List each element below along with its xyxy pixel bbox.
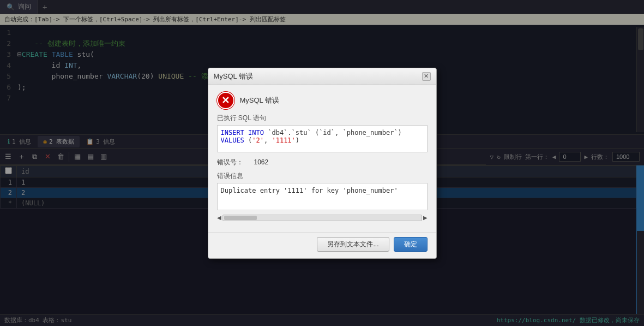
modal-close-btn[interactable]: ✕ (422, 72, 431, 81)
ok-btn[interactable]: 确定 (394, 237, 428, 252)
modal-title: MySQL 错误 (214, 72, 253, 81)
error-num-value: 1062 (254, 158, 269, 166)
hscrollbar[interactable] (222, 215, 422, 221)
scroll-right-btn[interactable]: ▶ (423, 215, 428, 221)
error-msg-text: Duplicate entry '1111' for key 'phone_nu… (221, 187, 398, 194)
error-num-label: 错误号： (217, 158, 243, 167)
modal-footer: 另存到文本文件... 确定 (208, 232, 436, 258)
modal-titlebar: MySQL 错误 ✕ (208, 68, 436, 85)
error-msg-box: Duplicate entry '1111' for key 'phone_nu… (217, 183, 428, 210)
error-modal: MySQL 错误 ✕ ✕ MySQL 错误 已执行 SQL 语句 INSERT … (208, 68, 437, 259)
error-num-row: 错误号： 1062 (217, 158, 428, 167)
error-header: ✕ MySQL 错误 (217, 92, 428, 109)
error-icon: ✕ (217, 92, 234, 109)
error-msg-label: 错误信息 (217, 171, 428, 181)
hscroll-row: ◀ ▶ (217, 215, 428, 221)
save-text-btn[interactable]: 另存到文本文件... (317, 237, 389, 252)
scroll-left-btn[interactable]: ◀ (217, 215, 221, 221)
hscroll-thumb (224, 216, 257, 220)
modal-overlay: MySQL 错误 ✕ ✕ MySQL 错误 已执行 SQL 语句 INSERT … (0, 0, 644, 326)
sql-box: INSERT INTO `db4`.`stu` (`id`, `phone_nu… (217, 125, 428, 152)
modal-body: ✕ MySQL 错误 已执行 SQL 语句 INSERT INTO `db4`.… (208, 85, 436, 232)
sql-label: 已执行 SQL 语句 (217, 114, 428, 123)
error-title: MySQL 错误 (240, 96, 279, 105)
